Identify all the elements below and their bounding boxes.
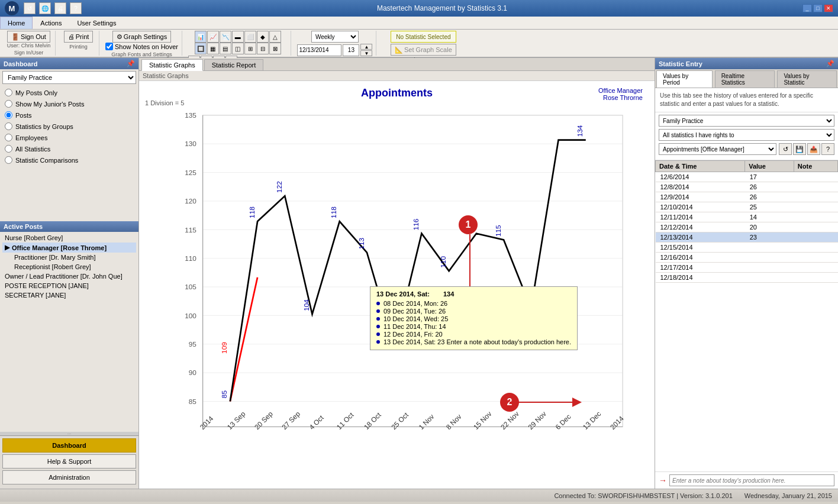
table-row[interactable]: 12/11/2014 14 — [656, 212, 838, 222]
post-owner-label: Owner / Lead Practitioner [Dr. John Que] — [5, 273, 123, 280]
minimize-button[interactable]: _ — [802, 4, 812, 12]
stat-table-wrapper[interactable]: Date & Time Value Note 12/6/2014 17 12/8… — [655, 160, 838, 471]
posts-list: Nurse [Robert Grey] ▶ Office Manager [Ro… — [0, 232, 138, 301]
post-office-manager[interactable]: ▶ Office Manager [Rose Throme] — [2, 243, 136, 253]
svg-text:85: 85 — [220, 390, 228, 399]
export-button[interactable]: 📤 — [807, 143, 820, 155]
show-notes-checkbox-label[interactable]: Show Notes on Hover — [105, 43, 178, 50]
table-row[interactable]: 12/8/2014 26 — [656, 182, 838, 192]
quick-btn-2[interactable]: 🌐 — [39, 2, 51, 14]
note-text-input[interactable] — [669, 474, 834, 486]
graph-opt-3[interactable]: ▤ — [220, 43, 231, 54]
graph-opt-4[interactable]: ◫ — [232, 43, 244, 54]
svg-text:113: 113 — [357, 237, 366, 249]
post-practitioner[interactable]: Practitioner [Dr. Mary Smith] — [2, 253, 136, 262]
svg-text:110: 110 — [439, 256, 447, 268]
table-row[interactable]: 12/6/2014 17 — [656, 172, 838, 182]
radio-comparisons[interactable]: Statistic Comparisons — [4, 154, 135, 166]
quick-btn-1[interactable]: ↺ — [24, 2, 36, 14]
table-row[interactable]: 12/9/2014 26 — [656, 192, 838, 202]
show-notes-checkbox[interactable] — [105, 43, 113, 50]
sidebar-dropdown[interactable]: Family Practice — [2, 71, 136, 84]
sign-out-button[interactable]: 🚪 Sign Out — [7, 31, 50, 43]
table-row[interactable]: 12/15/2014 — [656, 243, 838, 253]
tab-statistic-report[interactable]: Statistic Report — [204, 59, 264, 70]
radio-all-stats[interactable]: All Statistics — [4, 143, 135, 154]
post-practitioner-label: Practitioner [Dr. Mary Smith] — [14, 254, 96, 261]
radio-junior-posts[interactable]: Show My Junior's Posts — [4, 98, 135, 109]
graph-opt-2[interactable]: ▦ — [207, 43, 219, 54]
tooltip-row-5: 13 Dec 2014, Sat: 23 Enter a note about … — [376, 338, 571, 345]
menu-actions[interactable]: Actions — [33, 17, 69, 29]
right-tab-values-period[interactable]: Values by Period — [656, 70, 713, 88]
post-reception[interactable]: POSTE RECEPTION [JANE] — [2, 281, 136, 290]
period-num-input[interactable] — [343, 44, 359, 56]
nav-help-button[interactable]: Help & Support — [2, 454, 136, 469]
table-row[interactable]: 12/10/2014 25 — [656, 202, 838, 212]
graph-type-4[interactable]: ▬ — [232, 31, 244, 43]
radio-stats-groups[interactable]: Statistics by Groups — [4, 121, 135, 132]
active-posts-header: Active Posts — [0, 221, 138, 232]
graph-opt-1[interactable]: 🔲 — [195, 43, 207, 54]
window-controls: _ □ ✕ — [802, 4, 833, 12]
menu-home[interactable]: Home — [0, 17, 33, 29]
right-dropdown-1[interactable]: Family Practice — [659, 115, 834, 127]
menu-user-settings[interactable]: User Settings — [69, 17, 124, 29]
graph-opt-7[interactable]: ⊠ — [269, 43, 281, 54]
toolbar-graph-fonts-section: ⚙ Graph Settings Show Notes on Hover Gra… — [102, 31, 182, 56]
post-owner[interactable]: Owner / Lead Practitioner [Dr. John Que] — [2, 272, 136, 281]
radio-posts[interactable]: Posts — [4, 109, 135, 121]
svg-text:118: 118 — [248, 206, 256, 218]
print-button[interactable]: 🖨 Print — [64, 31, 94, 43]
right-panel-pin[interactable]: 📌 — [826, 60, 834, 67]
refresh-button[interactable]: ↺ — [779, 143, 792, 155]
right-dropdown-2[interactable]: All statistics I have rights to — [659, 129, 834, 141]
close-button[interactable]: ✕ — [824, 4, 833, 12]
sidebar-pin-icon[interactable]: 📌 — [127, 60, 135, 67]
toolbar-scale-section: No Statistic Selected 📐 Set Graph Scale … — [379, 31, 468, 56]
post-office-manager-label: Office Manager [Rose Throme] — [12, 244, 107, 251]
date-up[interactable]: ▲ — [360, 44, 372, 50]
graph-type-2[interactable]: 📈 — [207, 31, 219, 43]
chart-tab-content: Statistic Graphs Appointments Office Man… — [139, 71, 655, 489]
post-reception-label: POSTE RECEPTION [JANE] — [5, 282, 89, 289]
svg-text:122: 122 — [275, 181, 283, 193]
right-dropdowns: Family Practice All statistics I have ri… — [655, 112, 838, 160]
graph-type-7[interactable]: △ — [269, 31, 281, 43]
right-dropdown-3[interactable]: Appointments [Office Manager] — [659, 143, 776, 155]
right-tab-values-statistic[interactable]: Values by Statistic — [777, 70, 837, 88]
nav-admin-button[interactable]: Administration — [2, 470, 136, 484]
app-logo: M — [5, 1, 19, 15]
post-nurse[interactable]: Nurse [Robert Grey] — [2, 233, 136, 243]
date-down[interactable]: ▼ — [360, 50, 372, 56]
set-graph-scale-button[interactable]: 📐 Set Graph Scale — [391, 44, 456, 56]
table-row[interactable]: 12/12/2014 20 — [656, 222, 838, 232]
graph-type-5[interactable]: ⬜ — [244, 31, 256, 43]
table-row[interactable]: 12/16/2014 — [656, 253, 838, 263]
help-button[interactable]: ? — [821, 143, 834, 155]
graph-type-6[interactable]: ◆ — [257, 31, 269, 43]
quick-btn-4[interactable]: ? — [70, 2, 82, 14]
graph-opt-6[interactable]: ⊟ — [257, 43, 269, 54]
period-select[interactable]: Weekly — [311, 31, 359, 43]
radio-employees[interactable]: Employees — [4, 132, 135, 143]
tab-statistic-graphs[interactable]: Statistic Graphs — [141, 59, 203, 71]
nav-dashboard-button[interactable]: Dashboard — [2, 438, 136, 453]
graph-type-1[interactable]: 📊 — [195, 31, 207, 43]
graph-type-3[interactable]: 📉 — [220, 31, 231, 43]
table-row[interactable]: 12/18/2014 — [656, 273, 838, 283]
date-input[interactable] — [297, 44, 341, 56]
graph-settings-button[interactable]: ⚙ Graph Settings — [112, 31, 171, 43]
right-tab-realtime[interactable]: Realtime Statistics — [715, 70, 775, 88]
radio-my-posts-only[interactable]: My Posts Only — [4, 87, 135, 98]
graph-opt-5[interactable]: ⊞ — [244, 43, 256, 54]
save-button[interactable]: 💾 — [793, 143, 806, 155]
post-secretary[interactable]: SECRETARY [JANE] — [2, 290, 136, 300]
table-row-highlight[interactable]: 12/13/2014 23 — [656, 232, 838, 243]
title-bar: M ↺ 🌐 🖨 ? Mastertech Management by Stati… — [0, 0, 838, 17]
table-row[interactable]: 12/17/2014 — [656, 263, 838, 273]
quick-btn-3[interactable]: 🖨 — [54, 2, 66, 14]
restore-button[interactable]: □ — [813, 4, 823, 12]
post-receptionist[interactable]: Receptionist [Robert Grey] — [2, 262, 136, 272]
chart-title: Appointments — [145, 87, 649, 99]
